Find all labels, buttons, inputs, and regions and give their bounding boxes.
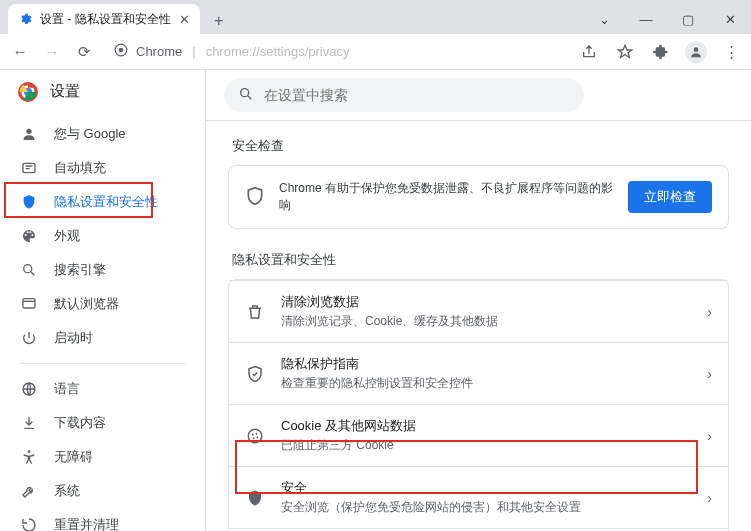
sidebar-item-autofill[interactable]: 自动填充 [0,151,193,185]
sidebar-menu: 您与 Google 自动填充 隐私设置和安全性 外观 搜索引擎 默认浏览器 [0,113,205,531]
new-tab-button[interactable]: + [206,8,232,34]
chevron-right-icon: › [707,490,712,506]
sidebar-item-label: 隐私设置和安全性 [54,193,158,211]
avatar[interactable] [685,41,707,63]
titlebar: 设置 - 隐私设置和安全性 ✕ + ⌄ — ▢ ✕ [0,0,751,34]
sidebar-item-label: 重置并清理 [54,516,119,531]
safety-section-title: 安全检查 [232,137,725,155]
palette-icon [20,228,38,244]
shield-icon [245,186,265,209]
sidebar-item-label: 无障碍 [54,448,93,466]
search-input[interactable] [264,87,570,103]
download-icon [20,415,38,431]
row-security[interactable]: 安全安全浏览（保护您免受危险网站的侵害）和其他安全设置 › [229,466,728,528]
tab-settings[interactable]: 设置 - 隐私设置和安全性 ✕ [8,4,200,34]
row-subtitle: 安全浏览（保护您免受危险网站的侵害）和其他安全设置 [281,499,691,516]
accessibility-icon [20,449,38,465]
autofill-icon [20,160,38,176]
share-icon[interactable] [577,40,601,64]
power-icon [20,330,38,346]
sidebar-item-label: 您与 Google [54,125,126,143]
page-title: 设置 [50,82,80,101]
person-icon [20,126,38,142]
row-subtitle: 已阻止第三方 Cookie [281,437,691,454]
trash-icon [245,303,265,321]
svg-point-7 [24,265,32,273]
sidebar-item-label: 下载内容 [54,414,106,432]
globe-icon [20,381,38,397]
svg-rect-8 [23,299,35,308]
reload-button[interactable]: ⟳ [72,40,96,64]
sidebar-item-label: 默认浏览器 [54,295,119,313]
svg-point-5 [26,129,31,134]
tab-title: 设置 - 隐私设置和安全性 [40,11,171,28]
search-row [206,70,751,120]
sidebar-item-languages[interactable]: 语言 [0,372,193,406]
row-clear-data[interactable]: 清除浏览数据清除浏览记录、Cookie、缓存及其他数据 › [229,280,728,342]
main-column: 安全检查 Chrome 有助于保护您免受数据泄露、不良扩展程序等问题的影响 立即… [206,70,751,531]
main-scroll: 安全检查 Chrome 有助于保护您免受数据泄露、不良扩展程序等问题的影响 立即… [206,120,751,531]
sidebar-item-accessibility[interactable]: 无障碍 [0,440,193,474]
urlbar: ← → ⟳ Chrome | chrome://settings/privacy… [0,34,751,70]
close-button[interactable]: ✕ [709,4,751,34]
row-subtitle: 检查重要的隐私控制设置和安全控件 [281,375,691,392]
minimize-button[interactable]: — [625,4,667,34]
svg-point-13 [252,433,254,435]
privacy-card: 清除浏览数据清除浏览记录、Cookie、缓存及其他数据 › 隐私保护指南检查重要… [228,279,729,531]
row-subtitle: 清除浏览记录、Cookie、缓存及其他数据 [281,313,691,330]
svg-point-15 [253,437,255,439]
extensions-icon[interactable] [649,40,673,64]
svg-point-14 [256,432,258,434]
chrome-logo-icon [18,82,38,102]
row-title: 隐私保护指南 [281,355,691,373]
chevron-down-icon[interactable]: ⌄ [583,4,625,34]
address-path: chrome://settings/privacy [206,44,350,59]
sidebar-item-search-engine[interactable]: 搜索引擎 [0,253,193,287]
svg-point-12 [248,429,262,443]
sidebar-item-appearance[interactable]: 外观 [0,219,193,253]
row-cookies[interactable]: Cookie 及其他网站数据已阻止第三方 Cookie › [229,404,728,466]
sidebar: 设置 您与 Google 自动填充 隐私设置和安全性 外观 [0,70,206,531]
sidebar-item-system[interactable]: 系统 [0,474,193,508]
forward-button[interactable]: → [40,40,64,64]
sidebar-item-reset[interactable]: 重置并清理 [0,508,193,531]
sidebar-item-downloads[interactable]: 下载内容 [0,406,193,440]
gear-icon [18,12,32,26]
search-icon [238,86,254,105]
divider [20,363,185,364]
search-icon [20,262,38,278]
chrome-scheme-icon [114,43,128,60]
row-title: Cookie 及其他网站数据 [281,417,691,435]
svg-point-1 [119,48,124,53]
close-icon[interactable]: ✕ [179,12,190,27]
restore-icon [20,517,38,531]
address-scheme: Chrome [136,44,182,59]
bookmark-icon[interactable] [613,40,637,64]
privacy-section-title: 隐私设置和安全性 [232,251,725,269]
svg-point-16 [256,436,258,438]
row-privacy-guide[interactable]: 隐私保护指南检查重要的隐私控制设置和安全控件 › [229,342,728,404]
shield-icon [20,194,38,210]
brand-row: 设置 [0,70,205,113]
safety-check-card: Chrome 有助于保护您免受数据泄露、不良扩展程序等问题的影响 立即检查 [228,165,729,229]
sidebar-item-default-browser[interactable]: 默认浏览器 [0,287,193,321]
browser-icon [20,296,38,312]
sidebar-item-privacy[interactable]: 隐私设置和安全性 [0,185,193,219]
sidebar-item-you-and-google[interactable]: 您与 Google [0,117,193,151]
shield-icon [245,489,265,507]
kebab-menu-icon[interactable]: ⋮ [719,40,743,64]
settings-search[interactable] [224,78,584,112]
wrench-icon [20,483,38,499]
sidebar-item-label: 外观 [54,227,80,245]
back-button[interactable]: ← [8,40,32,64]
svg-point-10 [28,451,31,454]
maximize-button[interactable]: ▢ [667,4,709,34]
sidebar-item-label: 语言 [54,380,80,398]
address-bar[interactable]: Chrome | chrome://settings/privacy [104,38,569,66]
shield-check-icon [245,365,265,383]
sidebar-item-label: 系统 [54,482,80,500]
safety-message: Chrome 有助于保护您免受数据泄露、不良扩展程序等问题的影响 [279,180,614,214]
row-title: 清除浏览数据 [281,293,691,311]
safety-check-button[interactable]: 立即检查 [628,181,712,213]
sidebar-item-on-startup[interactable]: 启动时 [0,321,193,355]
